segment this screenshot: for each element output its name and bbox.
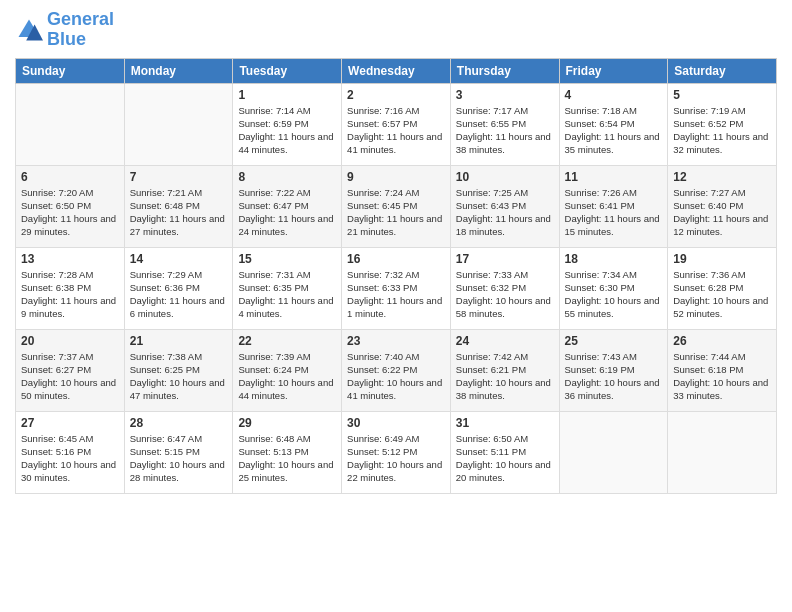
calendar-cell: 8Sunrise: 7:22 AMSunset: 6:47 PMDaylight… xyxy=(233,165,342,247)
day-number: 10 xyxy=(456,170,554,184)
day-number: 6 xyxy=(21,170,119,184)
header-thursday: Thursday xyxy=(450,58,559,83)
calendar-cell: 1Sunrise: 7:14 AMSunset: 6:59 PMDaylight… xyxy=(233,83,342,165)
calendar-cell: 12Sunrise: 7:27 AMSunset: 6:40 PMDayligh… xyxy=(668,165,777,247)
day-number: 23 xyxy=(347,334,445,348)
day-number: 24 xyxy=(456,334,554,348)
day-number: 30 xyxy=(347,416,445,430)
day-number: 18 xyxy=(565,252,663,266)
week-row-4: 27Sunrise: 6:45 AMSunset: 5:16 PMDayligh… xyxy=(16,411,777,493)
calendar-cell xyxy=(124,83,233,165)
calendar-cell xyxy=(559,411,668,493)
calendar-cell: 5Sunrise: 7:19 AMSunset: 6:52 PMDaylight… xyxy=(668,83,777,165)
day-info: Sunrise: 6:45 AMSunset: 5:16 PMDaylight:… xyxy=(21,432,119,485)
calendar-cell: 18Sunrise: 7:34 AMSunset: 6:30 PMDayligh… xyxy=(559,247,668,329)
day-info: Sunrise: 7:14 AMSunset: 6:59 PMDaylight:… xyxy=(238,104,336,157)
day-info: Sunrise: 7:31 AMSunset: 6:35 PMDaylight:… xyxy=(238,268,336,321)
calendar-cell: 11Sunrise: 7:26 AMSunset: 6:41 PMDayligh… xyxy=(559,165,668,247)
calendar-cell: 14Sunrise: 7:29 AMSunset: 6:36 PMDayligh… xyxy=(124,247,233,329)
day-info: Sunrise: 7:25 AMSunset: 6:43 PMDaylight:… xyxy=(456,186,554,239)
calendar-cell: 22Sunrise: 7:39 AMSunset: 6:24 PMDayligh… xyxy=(233,329,342,411)
calendar-cell: 29Sunrise: 6:48 AMSunset: 5:13 PMDayligh… xyxy=(233,411,342,493)
day-info: Sunrise: 7:18 AMSunset: 6:54 PMDaylight:… xyxy=(565,104,663,157)
day-number: 7 xyxy=(130,170,228,184)
calendar-cell: 31Sunrise: 6:50 AMSunset: 5:11 PMDayligh… xyxy=(450,411,559,493)
day-number: 26 xyxy=(673,334,771,348)
calendar-cell: 23Sunrise: 7:40 AMSunset: 6:22 PMDayligh… xyxy=(342,329,451,411)
calendar-cell: 13Sunrise: 7:28 AMSunset: 6:38 PMDayligh… xyxy=(16,247,125,329)
header-tuesday: Tuesday xyxy=(233,58,342,83)
week-row-1: 6Sunrise: 7:20 AMSunset: 6:50 PMDaylight… xyxy=(16,165,777,247)
day-number: 8 xyxy=(238,170,336,184)
calendar-cell: 15Sunrise: 7:31 AMSunset: 6:35 PMDayligh… xyxy=(233,247,342,329)
day-info: Sunrise: 7:36 AMSunset: 6:28 PMDaylight:… xyxy=(673,268,771,321)
day-number: 27 xyxy=(21,416,119,430)
day-info: Sunrise: 7:21 AMSunset: 6:48 PMDaylight:… xyxy=(130,186,228,239)
calendar-cell: 17Sunrise: 7:33 AMSunset: 6:32 PMDayligh… xyxy=(450,247,559,329)
day-info: Sunrise: 7:43 AMSunset: 6:19 PMDaylight:… xyxy=(565,350,663,403)
day-number: 14 xyxy=(130,252,228,266)
day-info: Sunrise: 7:40 AMSunset: 6:22 PMDaylight:… xyxy=(347,350,445,403)
calendar-cell: 25Sunrise: 7:43 AMSunset: 6:19 PMDayligh… xyxy=(559,329,668,411)
day-number: 5 xyxy=(673,88,771,102)
day-info: Sunrise: 7:38 AMSunset: 6:25 PMDaylight:… xyxy=(130,350,228,403)
week-row-0: 1Sunrise: 7:14 AMSunset: 6:59 PMDaylight… xyxy=(16,83,777,165)
day-number: 25 xyxy=(565,334,663,348)
day-info: Sunrise: 6:48 AMSunset: 5:13 PMDaylight:… xyxy=(238,432,336,485)
day-info: Sunrise: 7:39 AMSunset: 6:24 PMDaylight:… xyxy=(238,350,336,403)
header-monday: Monday xyxy=(124,58,233,83)
calendar-cell xyxy=(668,411,777,493)
day-number: 15 xyxy=(238,252,336,266)
day-number: 13 xyxy=(21,252,119,266)
header-wednesday: Wednesday xyxy=(342,58,451,83)
day-number: 17 xyxy=(456,252,554,266)
day-info: Sunrise: 7:26 AMSunset: 6:41 PMDaylight:… xyxy=(565,186,663,239)
calendar-cell: 26Sunrise: 7:44 AMSunset: 6:18 PMDayligh… xyxy=(668,329,777,411)
day-info: Sunrise: 7:17 AMSunset: 6:55 PMDaylight:… xyxy=(456,104,554,157)
header: General Blue xyxy=(15,10,777,50)
calendar-cell: 28Sunrise: 6:47 AMSunset: 5:15 PMDayligh… xyxy=(124,411,233,493)
day-info: Sunrise: 7:29 AMSunset: 6:36 PMDaylight:… xyxy=(130,268,228,321)
header-saturday: Saturday xyxy=(668,58,777,83)
calendar-cell: 4Sunrise: 7:18 AMSunset: 6:54 PMDaylight… xyxy=(559,83,668,165)
day-number: 31 xyxy=(456,416,554,430)
calendar-cell: 16Sunrise: 7:32 AMSunset: 6:33 PMDayligh… xyxy=(342,247,451,329)
day-info: Sunrise: 7:20 AMSunset: 6:50 PMDaylight:… xyxy=(21,186,119,239)
page: General Blue SundayMondayTuesdayWednesda… xyxy=(0,0,792,504)
calendar-cell: 9Sunrise: 7:24 AMSunset: 6:45 PMDaylight… xyxy=(342,165,451,247)
day-number: 20 xyxy=(21,334,119,348)
day-info: Sunrise: 7:33 AMSunset: 6:32 PMDaylight:… xyxy=(456,268,554,321)
day-info: Sunrise: 6:47 AMSunset: 5:15 PMDaylight:… xyxy=(130,432,228,485)
day-number: 9 xyxy=(347,170,445,184)
day-number: 22 xyxy=(238,334,336,348)
day-info: Sunrise: 7:27 AMSunset: 6:40 PMDaylight:… xyxy=(673,186,771,239)
header-sunday: Sunday xyxy=(16,58,125,83)
day-number: 21 xyxy=(130,334,228,348)
day-info: Sunrise: 7:22 AMSunset: 6:47 PMDaylight:… xyxy=(238,186,336,239)
day-info: Sunrise: 7:37 AMSunset: 6:27 PMDaylight:… xyxy=(21,350,119,403)
day-info: Sunrise: 7:44 AMSunset: 6:18 PMDaylight:… xyxy=(673,350,771,403)
header-row: SundayMondayTuesdayWednesdayThursdayFrid… xyxy=(16,58,777,83)
day-number: 4 xyxy=(565,88,663,102)
week-row-2: 13Sunrise: 7:28 AMSunset: 6:38 PMDayligh… xyxy=(16,247,777,329)
calendar-table: SundayMondayTuesdayWednesdayThursdayFrid… xyxy=(15,58,777,494)
calendar-cell: 10Sunrise: 7:25 AMSunset: 6:43 PMDayligh… xyxy=(450,165,559,247)
day-info: Sunrise: 7:24 AMSunset: 6:45 PMDaylight:… xyxy=(347,186,445,239)
calendar-cell: 3Sunrise: 7:17 AMSunset: 6:55 PMDaylight… xyxy=(450,83,559,165)
day-number: 11 xyxy=(565,170,663,184)
header-friday: Friday xyxy=(559,58,668,83)
calendar-cell: 7Sunrise: 7:21 AMSunset: 6:48 PMDaylight… xyxy=(124,165,233,247)
day-info: Sunrise: 7:28 AMSunset: 6:38 PMDaylight:… xyxy=(21,268,119,321)
calendar-cell: 19Sunrise: 7:36 AMSunset: 6:28 PMDayligh… xyxy=(668,247,777,329)
day-number: 2 xyxy=(347,88,445,102)
day-info: Sunrise: 7:42 AMSunset: 6:21 PMDaylight:… xyxy=(456,350,554,403)
day-info: Sunrise: 6:49 AMSunset: 5:12 PMDaylight:… xyxy=(347,432,445,485)
calendar-cell: 24Sunrise: 7:42 AMSunset: 6:21 PMDayligh… xyxy=(450,329,559,411)
day-number: 1 xyxy=(238,88,336,102)
calendar-cell: 27Sunrise: 6:45 AMSunset: 5:16 PMDayligh… xyxy=(16,411,125,493)
calendar-cell: 2Sunrise: 7:16 AMSunset: 6:57 PMDaylight… xyxy=(342,83,451,165)
logo-text: General Blue xyxy=(47,10,114,50)
calendar-cell: 20Sunrise: 7:37 AMSunset: 6:27 PMDayligh… xyxy=(16,329,125,411)
day-info: Sunrise: 7:32 AMSunset: 6:33 PMDaylight:… xyxy=(347,268,445,321)
calendar-cell xyxy=(16,83,125,165)
